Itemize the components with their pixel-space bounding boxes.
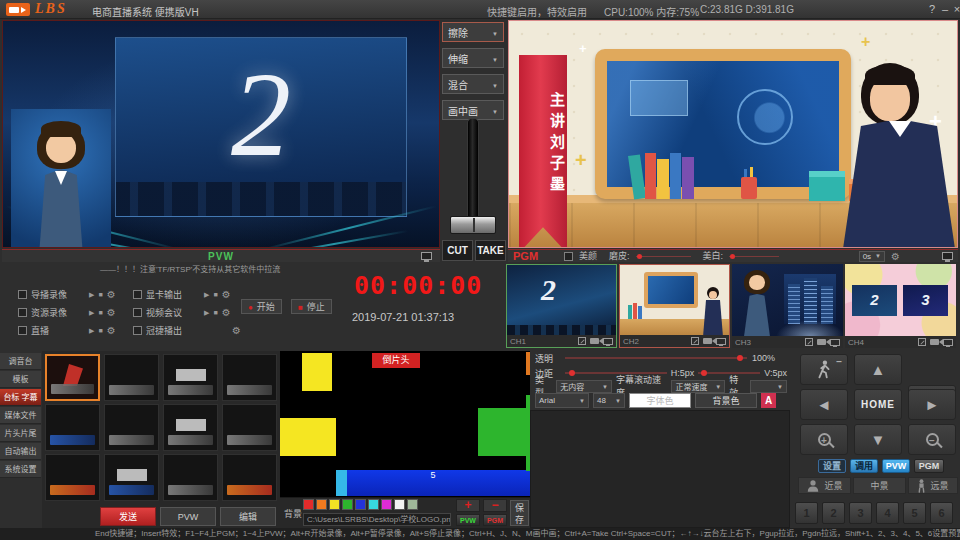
ptz-pgm-button[interactable]: PGM — [914, 459, 944, 473]
template-thumbnail[interactable] — [45, 404, 100, 451]
camera-icon[interactable] — [930, 339, 939, 345]
shot-mid-button[interactable]: 中景 — [853, 477, 906, 494]
bg-color-button[interactable]: 背景色 — [695, 393, 757, 408]
font-size-dropdown[interactable]: 48 — [593, 393, 625, 408]
shot-near-button[interactable]: 近景 — [798, 477, 851, 494]
font-family-dropdown[interactable]: Arial — [535, 393, 589, 408]
gear-icon[interactable] — [107, 325, 116, 336]
ptz-speed-down-button[interactable] — [800, 354, 848, 385]
timer-stop-button[interactable]: 停止 — [291, 299, 332, 314]
sidebar-item-media-files[interactable]: 媒体文件 — [0, 407, 41, 424]
stop-icon[interactable] — [98, 289, 102, 299]
template-edit-button[interactable]: 编辑 — [220, 507, 276, 526]
swap-source-icon[interactable] — [691, 337, 699, 345]
director-record-checkbox[interactable] — [18, 290, 27, 299]
gpu-out-checkbox[interactable] — [133, 290, 142, 299]
rewind-intro-button[interactable]: 倒片头 — [372, 353, 420, 368]
channel-3[interactable]: CH3 — [732, 264, 843, 348]
logo-file-path[interactable]: C:\Users\LSRBS\Desktop\学校LOGO.png — [303, 513, 451, 526]
type-dropdown[interactable]: 无内容 — [556, 380, 612, 393]
channel-1[interactable]: 2 CH1 — [506, 264, 617, 348]
color-swatch[interactable] — [394, 499, 405, 510]
template-thumbnail[interactable] — [104, 354, 159, 401]
slider-thumb[interactable] — [569, 370, 575, 376]
color-swatch[interactable] — [355, 499, 366, 510]
sidebar-item-intro-outro[interactable]: 片头片尾 — [0, 425, 41, 442]
color-swatch[interactable] — [342, 499, 353, 510]
sidebar-item-auto-output[interactable]: 自动输出 — [0, 443, 41, 460]
canvas-green-block[interactable] — [478, 408, 530, 456]
transition-mode-pip[interactable]: 画中画 — [442, 100, 504, 120]
color-swatch[interactable] — [303, 499, 314, 510]
save-button[interactable]: 保存 — [510, 500, 529, 526]
ptz-preset-5[interactable]: 5 — [903, 502, 926, 524]
gear-icon[interactable] — [222, 307, 231, 318]
template-thumbnail[interactable] — [163, 354, 218, 401]
effect-dropdown[interactable] — [750, 380, 787, 393]
smooth-slider[interactable] — [636, 256, 691, 257]
camera-settings-icon[interactable] — [891, 250, 900, 263]
canvas-yellow-block[interactable] — [280, 418, 336, 456]
play-icon[interactable] — [89, 325, 94, 335]
stop-icon[interactable] — [213, 289, 217, 299]
broadcast-out-checkbox[interactable] — [133, 326, 142, 335]
ptz-preset-4[interactable]: 4 — [876, 502, 899, 524]
monitor-icon[interactable] — [716, 338, 726, 345]
scroll-speed-dropdown[interactable]: 正常速度 — [671, 380, 725, 393]
camera-icon[interactable] — [817, 339, 826, 345]
channel-2[interactable]: CH2 — [619, 264, 730, 348]
ptz-preset-1[interactable]: 1 — [795, 502, 818, 524]
template-thumbnail[interactable] — [222, 404, 277, 451]
color-swatch[interactable] — [316, 499, 327, 510]
stop-icon[interactable] — [98, 307, 102, 317]
slider-thumb[interactable] — [701, 370, 707, 376]
transition-mode-wipe[interactable]: 擦除 — [442, 22, 504, 42]
stop-icon[interactable] — [98, 325, 102, 335]
ptz-pan-right-button[interactable] — [908, 389, 956, 420]
monitor-icon[interactable] — [943, 339, 953, 346]
font-color-button[interactable]: 字体色 — [629, 393, 691, 408]
play-icon[interactable] — [89, 289, 94, 299]
swap-source-icon[interactable] — [805, 338, 813, 346]
pvw-monitor[interactable]: 2 — [2, 20, 440, 248]
transition-mode-mix[interactable]: 混合 — [442, 74, 504, 94]
slider-thumb[interactable] — [737, 355, 743, 361]
pgm-fullscreen-icon[interactable] — [942, 252, 953, 260]
ptz-preset-6[interactable]: 6 — [930, 502, 953, 524]
whiten-slider[interactable] — [729, 256, 779, 257]
monitor-icon[interactable] — [603, 338, 613, 345]
live-checkbox[interactable] — [18, 326, 27, 335]
sidebar-item-system-settings[interactable]: 系统设置 — [0, 461, 41, 478]
timer-start-button[interactable]: 开始 — [241, 299, 282, 314]
shot-far-button[interactable]: 远景 — [908, 477, 958, 494]
color-swatch[interactable] — [368, 499, 379, 510]
ptz-preset-2[interactable]: 2 — [822, 502, 845, 524]
play-icon[interactable] — [89, 307, 94, 317]
color-swatch[interactable] — [381, 499, 392, 510]
ptz-home-button[interactable]: HOME — [854, 389, 902, 420]
gear-icon[interactable] — [107, 289, 116, 300]
canvas-scroll-orange[interactable] — [526, 352, 530, 375]
canvas-caption-bar[interactable]: 5 — [336, 470, 530, 496]
add-button[interactable]: + — [456, 499, 480, 512]
ptz-zoom-in-button[interactable] — [800, 424, 848, 455]
ptz-zoom-out-button[interactable] — [908, 424, 956, 455]
ptz-pan-left-button[interactable] — [800, 389, 848, 420]
conference-checkbox[interactable] — [133, 308, 142, 317]
transition-mode-stretch[interactable]: 伸缩 — [442, 48, 504, 68]
swap-source-icon[interactable] — [918, 338, 926, 346]
stop-icon[interactable] — [213, 307, 217, 317]
template-thumbnail[interactable] — [222, 354, 277, 401]
resource-record-checkbox[interactable] — [18, 308, 27, 317]
ptz-preset-3[interactable]: 3 — [849, 502, 872, 524]
beauty-checkbox[interactable] — [564, 252, 573, 261]
template-thumbnail[interactable] — [104, 404, 159, 451]
template-send-button[interactable]: 发送 — [100, 507, 156, 526]
pgm-monitor[interactable]: 主讲刘子墨 + + + + — [508, 20, 958, 248]
delay-dropdown[interactable]: 0s — [859, 251, 885, 262]
template-pvw-button[interactable]: PVW — [160, 507, 216, 526]
opacity-slider[interactable] — [565, 357, 747, 359]
play-icon[interactable] — [204, 289, 209, 299]
template-thumbnail[interactable] — [45, 454, 100, 501]
sidebar-item-logo-caption[interactable]: 台标 字幕 — [0, 389, 41, 406]
